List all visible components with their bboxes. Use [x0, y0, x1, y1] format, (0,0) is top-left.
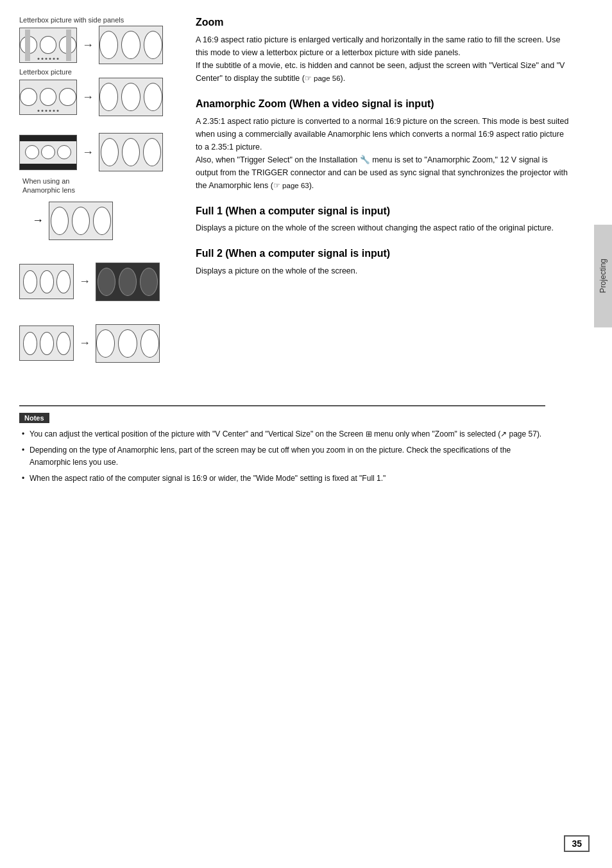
input-pic-5 — [19, 326, 74, 361]
arrow-2: → — [82, 91, 94, 104]
notes-list: You can adjust the vertical position of … — [19, 428, 545, 485]
page-number: 35 — [564, 835, 590, 852]
note-item-3: When the aspect ratio of the computer si… — [19, 473, 545, 485]
input-pic-2 — [19, 80, 77, 115]
dots-bar-2 — [38, 110, 59, 112]
full2-section: Full 2 (When a computer signal is input)… — [196, 247, 571, 277]
note-item-2: Depending on the type of Anamorphic lens… — [19, 444, 545, 469]
diagram-row-5: → — [19, 324, 180, 363]
output-pic-2 — [99, 78, 163, 116]
anamorphic-caption: When using anAnamorphic lens — [19, 177, 180, 195]
zoom-title: Zoom — [196, 16, 571, 30]
full2-body: Displays a picture on the whole of the s… — [196, 265, 571, 277]
diagram-row-3b: → — [19, 202, 180, 240]
diagram-row-3: → — [19, 133, 180, 171]
output-pic-4 — [96, 263, 160, 301]
letterbox-with-panels-label: Letterbox picture with side panels — [19, 16, 180, 24]
zoom-section: Zoom A 16:9 aspect ratio picture is enla… — [196, 16, 571, 85]
full1-body: Displays a picture on the whole of the s… — [196, 221, 571, 234]
input-pic-3 — [19, 135, 77, 170]
arrow-4: → — [79, 275, 90, 288]
letterbox-label: Letterbox picture — [19, 68, 180, 76]
arrow-5: → — [79, 336, 90, 350]
diagram-row-4: → — [19, 263, 180, 301]
arrow-3b: → — [32, 214, 44, 227]
diagram-row-1: → — [19, 26, 180, 64]
output-pic-5 — [96, 324, 160, 363]
diagrams-column: Letterbox picture with side panels → — [19, 16, 186, 367]
anamorphic-diagram-group: → When using anAnamorphic lens → — [19, 133, 180, 240]
arrow-3: → — [82, 146, 94, 159]
output-pic-3b — [49, 202, 113, 240]
notes-header: Notes — [19, 413, 49, 423]
dots-bar — [38, 58, 59, 60]
side-tab-label: Projecting — [599, 259, 608, 293]
full1-section: Full 1 (When a computer signal is input)… — [196, 205, 571, 235]
anamorphic-zoom-body: A 2.35:1 aspect ratio picture is convert… — [196, 115, 571, 192]
notes-section: Notes You can adjust the vertical positi… — [0, 405, 565, 515]
input-pic-4 — [19, 264, 74, 299]
diagram-row-2: → — [19, 78, 180, 116]
full2-title: Full 2 (When a computer signal is input) — [196, 247, 571, 261]
note-item-1: You can adjust the vertical position of … — [19, 428, 545, 440]
anamorphic-zoom-title: Anamorphic Zoom (When a video signal is … — [196, 98, 571, 111]
arrow-1: → — [82, 39, 94, 52]
output-pic-1 — [99, 26, 163, 64]
input-pic-1 — [19, 28, 77, 63]
zoom-body: A 16:9 aspect ratio picture is enlarged … — [196, 33, 571, 85]
side-tab: Projecting — [594, 225, 612, 327]
full1-title: Full 1 (When a computer signal is input) — [196, 205, 571, 218]
anamorphic-zoom-section: Anamorphic Zoom (When a video signal is … — [196, 98, 571, 192]
output-pic-3 — [99, 133, 163, 171]
text-column: Zoom A 16:9 aspect ratio picture is enla… — [186, 16, 571, 367]
